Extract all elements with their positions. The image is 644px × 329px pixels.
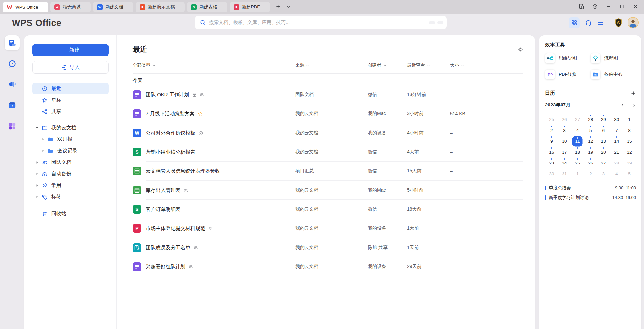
maximize-button[interactable] xyxy=(619,3,625,11)
caret-right-icon[interactable] xyxy=(35,161,39,164)
filter-dropdown[interactable]: 来源 xyxy=(295,62,309,68)
add-event-button[interactable] xyxy=(631,91,636,96)
file-row[interactable]: S 营销小组业绩分析报告 我的云文档 微信 4天前 – xyxy=(133,142,523,162)
hamburger-menu-icon[interactable] xyxy=(597,19,604,26)
calendar-day[interactable]: 20 xyxy=(597,147,610,158)
mobile-companion-icon[interactable] xyxy=(578,3,585,11)
tool-item[interactable]: P PDF转换 xyxy=(545,70,591,79)
calendar-day[interactable]: 24 xyxy=(558,158,571,168)
file-row[interactable]: 7 月线下活动策划方案 我的云文档 我的Mac 3小时前 514 KB xyxy=(133,104,523,123)
calendar-day[interactable]: 14 xyxy=(610,136,623,147)
filter-dropdown[interactable]: 最近查看 xyxy=(407,62,430,68)
calendar-day[interactable]: 27 xyxy=(597,158,610,168)
rail-app-item[interactable] xyxy=(5,77,20,92)
membership-badge-icon[interactable]: S xyxy=(614,18,623,28)
calendar-day[interactable]: 4 xyxy=(571,125,584,136)
tool-item[interactable]: 备份中心 xyxy=(591,70,636,79)
filter-dropdown[interactable]: 创建者 xyxy=(368,62,387,68)
rail-app-item[interactable] xyxy=(5,35,20,50)
calendar-day[interactable]: 23 xyxy=(545,158,558,168)
calendar-day[interactable]: 15 xyxy=(623,136,636,147)
calendar-day[interactable]: 9 xyxy=(545,136,558,147)
window-tab[interactable]: P 新建演示文稿 xyxy=(136,2,185,12)
file-row[interactable]: 团队成员及分工名单 我的云文档 陈旭 共享 1天前 – xyxy=(133,238,523,257)
file-row[interactable]: 团队 OKR 工作计划 团队文档 微信 13分钟前 – xyxy=(133,85,523,104)
calendar-day[interactable]: 3 xyxy=(597,168,610,179)
caret-down-icon[interactable] xyxy=(35,126,39,129)
calendar-day[interactable]: 10 xyxy=(558,136,571,147)
window-tab[interactable]: W 新建文档 xyxy=(93,2,133,12)
file-row[interactable]: P 市场主体登记提交材料规范 我的云文档 我的设备 1天前 – xyxy=(133,219,523,238)
tab-list-chevron-icon[interactable] xyxy=(286,4,291,10)
calendar-day[interactable]: 5 xyxy=(623,168,636,179)
filter-dropdown[interactable]: 大小 xyxy=(450,62,464,68)
caret-right-icon[interactable] xyxy=(35,172,39,175)
caret-right-icon[interactable] xyxy=(35,195,39,198)
apps-grid-button[interactable] xyxy=(569,17,580,28)
rail-app-item[interactable]: 7 xyxy=(5,98,20,113)
calendar-day[interactable]: 26 xyxy=(558,114,571,125)
search-suggestion-tag[interactable] xyxy=(437,21,443,24)
next-month-button[interactable] xyxy=(632,103,636,107)
calendar-day[interactable]: 28 xyxy=(610,158,623,168)
file-row[interactable]: 云文档管人员信息统计表理器验收 项目汇总 微信 15天前 – xyxy=(133,162,523,181)
workspace-cube-icon[interactable] xyxy=(592,3,598,11)
file-row[interactable]: S 客户订单明细表 我的云文档 微信 18天前 – xyxy=(133,200,523,219)
calendar-day[interactable]: 6 xyxy=(597,125,610,136)
file-row[interactable]: 兴趣爱好组队计划 我的云文档 我的设备 29天前 – xyxy=(133,257,523,276)
rail-app-item[interactable] xyxy=(5,56,20,71)
tool-item[interactable]: 思维导图 xyxy=(545,53,591,63)
calendar-day[interactable]: 5 xyxy=(584,125,597,136)
calendar-day[interactable]: 28 xyxy=(584,114,597,125)
calendar-day[interactable]: 3 xyxy=(558,125,571,136)
file-row[interactable]: W 公司对外合作协议模板 我的云文档 我的设备 4小时前 – xyxy=(133,123,523,142)
sidebar-nav-item[interactable]: 共享 xyxy=(32,106,109,117)
calendar-day[interactable]: 17 xyxy=(558,147,571,158)
search-suggestion-tag[interactable] xyxy=(429,21,435,24)
window-tab[interactable]: S 新建表格 xyxy=(187,2,227,12)
sidebar-nav-item[interactable]: 团队文档 xyxy=(32,157,109,168)
sidebar-nav-item[interactable]: 双月报 xyxy=(32,134,109,145)
calendar-day[interactable]: 26 xyxy=(584,158,597,168)
calendar-day[interactable]: 11 xyxy=(571,136,584,147)
calendar-day[interactable]: 21 xyxy=(610,147,623,158)
calendar-day[interactable]: 1 xyxy=(623,114,636,125)
calendar-day[interactable]: 29 xyxy=(623,158,636,168)
calendar-event[interactable]: 季度总结会 9:30–11:00 xyxy=(545,184,636,192)
caret-right-icon[interactable] xyxy=(41,149,45,152)
calendar-day[interactable]: 29 xyxy=(597,114,610,125)
sidebar-nav-item[interactable]: 标签 xyxy=(32,191,109,203)
tool-item[interactable]: 流程图 xyxy=(591,53,636,63)
calendar-day[interactable]: 30 xyxy=(610,114,623,125)
caret-right-icon[interactable] xyxy=(35,184,39,187)
calendar-day[interactable]: 8 xyxy=(623,125,636,136)
window-tab[interactable]: P 新建PDF xyxy=(230,2,270,12)
avatar[interactable] xyxy=(628,17,639,28)
calendar-day[interactable]: 22 xyxy=(623,147,636,158)
calendar-day[interactable]: 25 xyxy=(571,158,584,168)
calendar-day[interactable]: 16 xyxy=(545,147,558,158)
new-document-button[interactable]: 新建 xyxy=(32,44,109,56)
prev-month-button[interactable] xyxy=(620,103,624,107)
file-row[interactable]: 库存出入管理表 我的云文档 我的Mac 5小时前 – xyxy=(133,181,523,200)
calendar-day[interactable]: 27 xyxy=(571,114,584,125)
settings-gear-icon[interactable] xyxy=(517,46,523,53)
sidebar-nav-item[interactable]: 常用 xyxy=(32,180,109,191)
calendar-day[interactable]: 2 xyxy=(584,168,597,179)
sidebar-nav-item[interactable]: 最近 xyxy=(32,83,109,94)
close-button[interactable] xyxy=(632,3,639,11)
import-button[interactable]: 导入 xyxy=(32,61,109,74)
sidebar-nav-item[interactable]: 自动备份 xyxy=(32,168,109,180)
calendar-day[interactable]: 13 xyxy=(597,136,610,147)
headset-support-icon[interactable] xyxy=(585,19,592,26)
calendar-day[interactable]: 2 xyxy=(545,125,558,136)
calendar-day[interactable]: 1 xyxy=(571,168,584,179)
minimize-button[interactable] xyxy=(605,3,612,11)
sidebar-nav-item[interactable]: 会议记录 xyxy=(32,145,109,157)
sidebar-nav-item[interactable]: 回收站 xyxy=(32,208,109,220)
sidebar-nav-item[interactable]: 星标 xyxy=(32,94,109,106)
window-tab[interactable]: 稻壳商城 xyxy=(50,2,91,12)
search-bar[interactable]: 搜索文档、模板、文库、应用、技巧... xyxy=(195,16,447,29)
new-tab-button[interactable] xyxy=(276,4,281,10)
calendar-day[interactable]: 31 xyxy=(558,168,571,179)
